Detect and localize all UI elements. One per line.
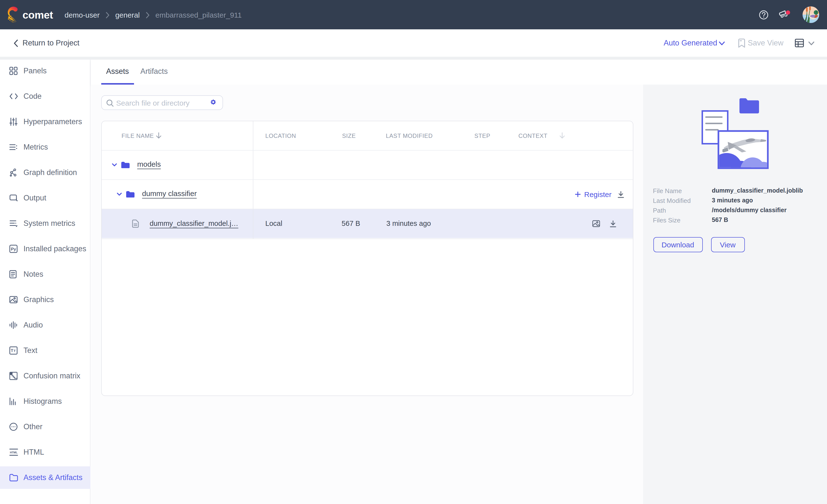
svg-text:T: T xyxy=(11,348,13,353)
svg-text:HTML: HTML xyxy=(10,451,17,454)
svg-text:Py: Py xyxy=(11,247,16,252)
svg-text:T: T xyxy=(14,349,16,353)
